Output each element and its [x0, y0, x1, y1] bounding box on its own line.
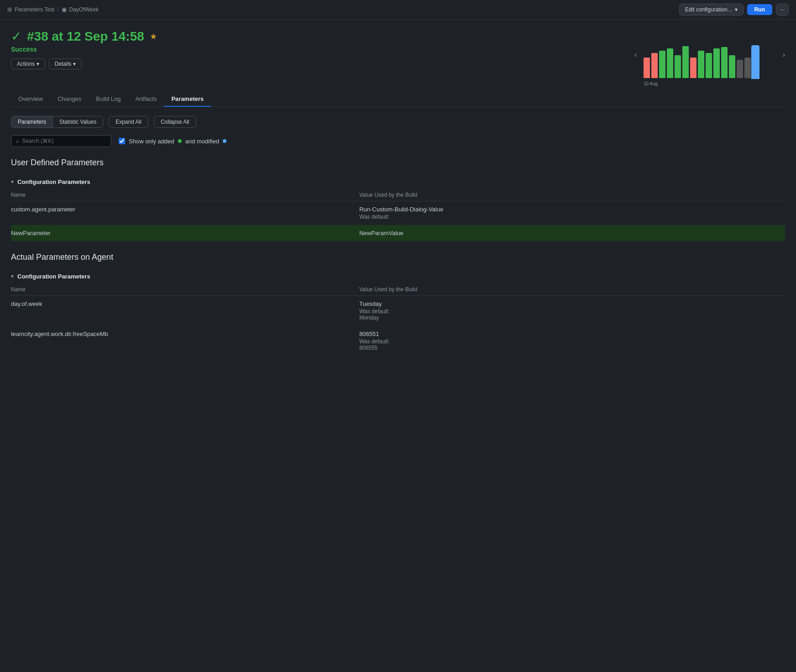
added-dot — [178, 139, 182, 143]
search-row: ⌕ Show only added and modified — [11, 135, 785, 147]
search-box: ⌕ — [11, 135, 111, 147]
param-name: custom.agent.parameter — [11, 201, 359, 225]
run-button[interactable]: Run — [747, 4, 772, 15]
top-actions: Edit configuration... ▾ Run ··· — [679, 4, 789, 16]
user-config-params-title: Configuration Parameters — [17, 178, 90, 185]
tab-bar: Overview Changes Build Log Artifacts Par… — [11, 92, 785, 107]
chart-bar — [675, 55, 681, 78]
table-row: NewParameterNewParamValue — [11, 225, 785, 242]
edit-config-label: Edit configuration... — [685, 6, 732, 13]
param-value: Run-Custom-Build-Dialog-ValueWas default… — [359, 201, 785, 225]
build-status: Success — [11, 46, 157, 53]
chart-bar — [706, 53, 712, 78]
collapse-all-button[interactable]: Collapse All — [154, 116, 196, 128]
chart-label: 10 Aug — [634, 80, 785, 87]
actual-section-title: Actual Parameters on Agent — [11, 252, 785, 262]
chevron-down-icon: ▾ — [735, 6, 738, 13]
chart-bar — [713, 48, 720, 78]
param-value: TuesdayWas default:Monday — [359, 296, 785, 326]
tab-build-log[interactable]: Build Log — [89, 92, 128, 107]
page-icon: ▣ — [62, 6, 67, 13]
chart-bar — [682, 46, 689, 78]
actual-config-params-table: Name Value Used by the Build day.of.week… — [11, 284, 785, 356]
param-name: NewParameter — [11, 225, 359, 242]
table-row: teamcity.agent.work.dir.freeSpaceMb80655… — [11, 326, 785, 356]
chart-bar — [729, 55, 735, 78]
param-name: day.of.week — [11, 296, 359, 326]
param-value: NewParamValue — [359, 225, 785, 242]
filter-bar: Parameters Statistic Values Expand All C… — [11, 116, 785, 128]
project-name[interactable]: Parameters Test — [15, 6, 54, 13]
param-value: 806551Was default:806555 — [359, 326, 785, 356]
edit-config-button[interactable]: Edit configuration... ▾ — [679, 4, 744, 16]
actual-config-params-section: ▾ Configuration Parameters Name Value Us… — [11, 269, 785, 356]
chart-bar — [737, 60, 743, 78]
details-label: Details ▾ — [55, 61, 76, 67]
tab-changes[interactable]: Changes — [50, 92, 89, 107]
filter-tab-statistic-values[interactable]: Statistic Values — [53, 116, 103, 127]
chart-bar — [651, 53, 658, 78]
tab-artifacts[interactable]: Artifacts — [128, 92, 164, 107]
breadcrumb-separator: / — [57, 6, 58, 13]
chart-bar — [690, 58, 696, 78]
actual-name-col-header: Name — [11, 284, 359, 296]
chart-nav-left[interactable]: ‹ — [634, 51, 637, 59]
main-content: ✓ #38 at 12 Sep 14:58 ★ Success Actions … — [0, 20, 796, 376]
table-row: custom.agent.parameterRun-Custom-Build-D… — [11, 201, 785, 225]
actions-button[interactable]: Actions ▾ — [11, 58, 45, 69]
chart-bar — [667, 48, 673, 78]
chevron-down-icon-actual: ▾ — [11, 273, 14, 279]
breadcrumb: ⊞ Parameters Test / ▣ DayOfWeek — [7, 6, 99, 13]
user-defined-section-title: User Defined Parameters — [11, 158, 785, 168]
show-added-label: Show only added — [129, 138, 174, 145]
project-grid-icon: ⊞ — [7, 6, 12, 13]
action-buttons: Actions ▾ Details ▾ — [11, 58, 157, 69]
param-name: teamcity.agent.work.dir.freeSpaceMb — [11, 326, 359, 356]
show-added-checkbox[interactable] — [119, 138, 125, 144]
filter-tabs: Parameters Statistic Values — [11, 116, 103, 128]
more-options-button[interactable]: ··· — [776, 4, 789, 16]
chevron-down-icon: ▾ — [11, 179, 14, 185]
filter-tab-parameters[interactable]: Parameters — [11, 116, 53, 127]
chart-bar — [721, 47, 728, 78]
table-row: day.of.weekTuesdayWas default:Monday — [11, 296, 785, 326]
build-title-row: ✓ #38 at 12 Sep 14:58 ★ — [11, 29, 157, 44]
tab-overview[interactable]: Overview — [11, 92, 50, 107]
chart-bar — [659, 51, 665, 78]
actions-label: Actions ▾ — [17, 61, 39, 67]
actual-config-params-header[interactable]: ▾ Configuration Parameters — [11, 269, 785, 284]
page-name[interactable]: DayOfWeek — [69, 6, 99, 13]
actual-config-params-title: Configuration Parameters — [17, 273, 90, 280]
user-value-col-header: Value Used by the Build — [359, 189, 785, 201]
chart-bar — [744, 58, 751, 78]
modified-dot — [223, 139, 226, 143]
expand-all-button[interactable]: Expand All — [109, 116, 148, 128]
chart-bars — [634, 37, 785, 78]
top-section: ✓ #38 at 12 Sep 14:58 ★ Success Actions … — [11, 29, 785, 92]
chart-nav-right[interactable]: › — [783, 51, 785, 59]
and-modified-label: and modified — [185, 138, 219, 145]
build-title: #38 at 12 Sep 14:58 — [27, 29, 144, 44]
user-config-params-section: ▾ Configuration Parameters Name Value Us… — [11, 175, 785, 242]
build-header: ✓ #38 at 12 Sep 14:58 ★ Success Actions … — [11, 29, 157, 80]
user-config-params-header[interactable]: ▾ Configuration Parameters — [11, 175, 785, 189]
tab-parameters[interactable]: Parameters — [164, 92, 211, 107]
chart-bar — [644, 58, 650, 78]
user-config-params-table: Name Value Used by the Build custom.agen… — [11, 189, 785, 242]
user-name-col-header: Name — [11, 189, 359, 201]
show-added-row: Show only added and modified — [119, 138, 226, 145]
search-icon: ⌕ — [16, 138, 19, 144]
chart-bar — [698, 51, 704, 78]
chart-bar — [752, 46, 759, 78]
favorite-star-icon[interactable]: ★ — [150, 31, 157, 42]
details-button[interactable]: Details ▾ — [49, 58, 82, 69]
success-icon: ✓ — [11, 29, 21, 44]
build-chart: ‹ › 10 Aug — [634, 32, 785, 92]
actual-value-col-header: Value Used by the Build — [359, 284, 785, 296]
top-bar: ⊞ Parameters Test / ▣ DayOfWeek Edit con… — [0, 0, 796, 20]
search-input[interactable] — [22, 138, 95, 144]
